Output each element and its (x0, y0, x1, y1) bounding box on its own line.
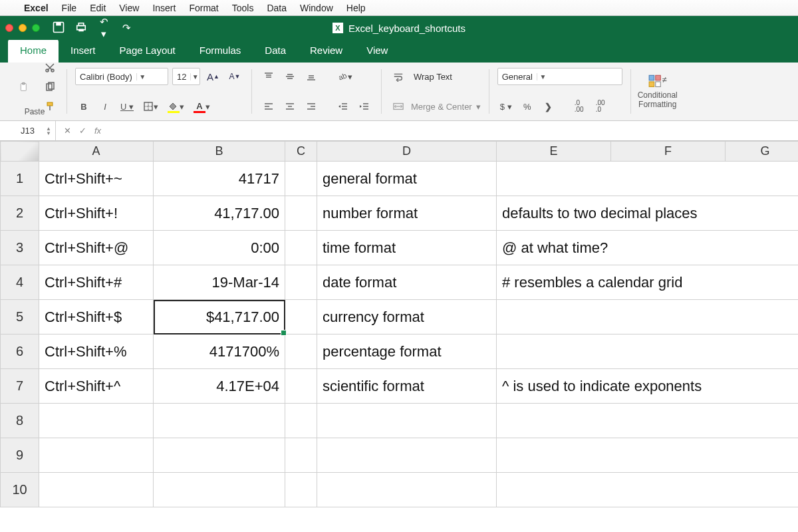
cell[interactable] (317, 473, 497, 507)
cell[interactable]: time format (317, 231, 497, 265)
window-close-button[interactable] (5, 24, 13, 32)
cell[interactable]: date format (317, 265, 497, 300)
window-zoom-button[interactable] (32, 24, 40, 32)
cell[interactable]: 41,717.00 (154, 196, 285, 231)
cell[interactable] (154, 438, 285, 473)
row-header[interactable]: 9 (1, 438, 39, 473)
cell[interactable]: @ at what time? (497, 231, 799, 265)
select-all-corner[interactable] (1, 142, 39, 162)
cell[interactable] (39, 404, 154, 438)
row-header[interactable]: 2 (1, 196, 39, 231)
cell[interactable]: 19-Mar-14 (154, 265, 285, 300)
formula-input[interactable] (109, 121, 798, 140)
orientation-button[interactable]: ab ▾ (334, 68, 355, 85)
qat-print-icon[interactable] (74, 21, 88, 36)
cell[interactable]: 0:00 (154, 231, 285, 265)
tab-page-layout[interactable]: Page Layout (108, 39, 188, 63)
col-header-F[interactable]: F (611, 142, 726, 162)
italic-button[interactable]: I (96, 98, 114, 115)
col-header-D[interactable]: D (317, 142, 497, 162)
cell[interactable] (39, 438, 154, 473)
cell[interactable] (285, 300, 317, 334)
cell[interactable]: ^ is used to indicate exponents (497, 369, 799, 404)
menu-view[interactable]: View (119, 3, 139, 13)
cell[interactable] (285, 265, 317, 300)
decrease-decimal-button[interactable]: .00.0 (592, 98, 609, 115)
cell[interactable] (285, 162, 317, 196)
number-format-dropdown[interactable]: General▼ (497, 68, 622, 85)
borders-button[interactable]: ▾ (140, 98, 161, 115)
menu-window[interactable]: Window (300, 3, 333, 13)
increase-font-size-button[interactable]: A▲ (204, 68, 222, 85)
cell[interactable] (285, 404, 317, 438)
cell[interactable] (497, 300, 799, 334)
merge-center-button[interactable] (390, 98, 407, 115)
cancel-formula-button[interactable]: ✕ (64, 126, 71, 136)
align-bottom-button[interactable] (303, 68, 320, 85)
cell[interactable]: 4171700% (154, 334, 285, 369)
increase-decimal-button[interactable]: .0.00 (571, 98, 588, 115)
cell[interactable]: number format (317, 196, 497, 231)
align-left-button[interactable] (260, 98, 277, 115)
cell[interactable]: Ctrl+Shift+~ (39, 162, 154, 196)
row-header[interactable]: 8 (1, 404, 39, 438)
cell[interactable] (285, 369, 317, 404)
cell[interactable] (285, 473, 317, 507)
cell[interactable] (317, 438, 497, 473)
qat-save-icon[interactable] (52, 21, 65, 36)
font-color-button[interactable]: A ▾ (191, 98, 213, 115)
increase-indent-button[interactable] (356, 98, 373, 115)
cell[interactable]: $41,717.00 (154, 300, 285, 334)
qat-undo-icon[interactable]: ↶ ▾ (97, 16, 110, 40)
cell[interactable] (154, 473, 285, 507)
menu-format[interactable]: Format (189, 3, 218, 13)
menu-data[interactable]: Data (267, 3, 287, 13)
cell[interactable] (497, 438, 799, 473)
align-right-button[interactable] (303, 98, 320, 115)
cell[interactable] (497, 404, 799, 438)
window-minimize-button[interactable] (19, 24, 27, 32)
comma-format-button[interactable]: ❯ (540, 98, 557, 115)
paste-button[interactable] (11, 74, 37, 100)
cell[interactable] (285, 334, 317, 369)
cell[interactable] (497, 162, 799, 196)
row-header[interactable]: 5 (1, 300, 39, 334)
menu-app-name[interactable]: Excel (24, 3, 49, 13)
cell[interactable]: Ctrl+Shift+% (39, 334, 154, 369)
row-header[interactable]: 6 (1, 334, 39, 369)
font-name-dropdown[interactable]: Calibri (Body)▼ (75, 68, 168, 85)
cell[interactable]: Ctrl+Shift+# (39, 265, 154, 300)
enter-formula-button[interactable]: ✓ (79, 126, 86, 136)
align-center-button[interactable] (281, 98, 299, 115)
cell[interactable] (285, 438, 317, 473)
decrease-font-size-button[interactable]: A▼ (226, 68, 243, 85)
qat-redo-icon[interactable]: ↷ (120, 22, 133, 34)
cell[interactable] (154, 404, 285, 438)
currency-format-button[interactable]: $ ▾ (497, 98, 515, 115)
row-header[interactable]: 4 (1, 265, 39, 300)
row-header[interactable]: 3 (1, 231, 39, 265)
underline-button[interactable]: U ▾ (118, 98, 136, 115)
tab-formulas[interactable]: Formulas (188, 39, 253, 63)
tab-review[interactable]: Review (298, 39, 354, 63)
col-header-B[interactable]: B (154, 142, 285, 162)
font-size-dropdown[interactable]: 12▼ (172, 68, 200, 85)
cell[interactable]: scientific format (317, 369, 497, 404)
menu-insert[interactable]: Insert (152, 3, 176, 13)
bold-button[interactable]: B (75, 98, 92, 115)
cell[interactable]: defaults to two decimal places (497, 196, 799, 231)
cell[interactable]: general format (317, 162, 497, 196)
name-box-stepper-icon[interactable]: ▲▼ (46, 126, 51, 136)
col-header-C[interactable]: C (285, 142, 317, 162)
cell[interactable] (285, 196, 317, 231)
cell[interactable] (317, 404, 497, 438)
conditional-formatting-button[interactable]: ≠ ConditionalFormatting (634, 66, 682, 116)
decrease-indent-button[interactable] (334, 98, 352, 115)
col-header-G[interactable]: G (726, 142, 799, 162)
name-box[interactable]: J13 ▲▼ (0, 121, 56, 140)
cell[interactable]: Ctrl+Shift+$ (39, 300, 154, 334)
percent-format-button[interactable]: % (519, 98, 536, 115)
tab-insert[interactable]: Insert (59, 39, 108, 63)
cell[interactable]: Ctrl+Shift+^ (39, 369, 154, 404)
menu-file[interactable]: File (62, 3, 77, 13)
